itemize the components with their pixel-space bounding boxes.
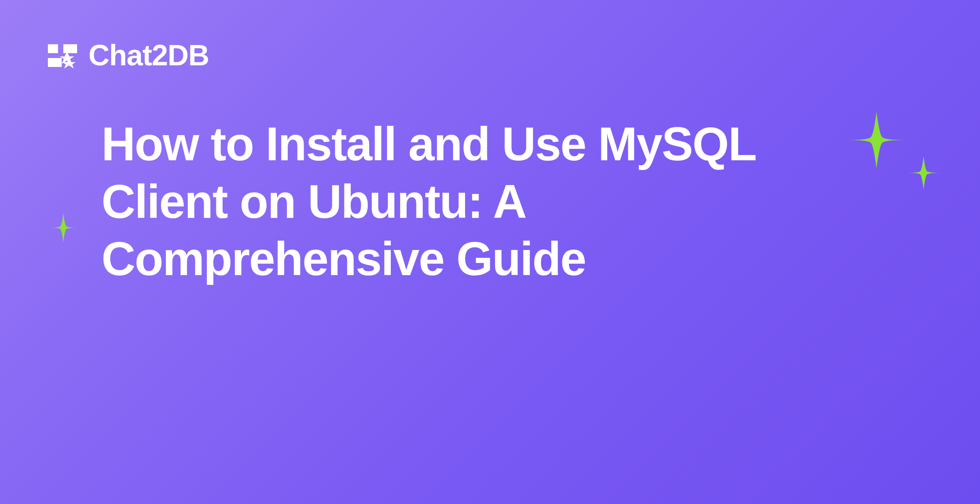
sparkle-icon-large <box>848 112 905 168</box>
brand-logo-container: Chat2DB <box>44 39 209 72</box>
brand-name: Chat2DB <box>88 39 209 72</box>
sparkle-icon-medium <box>907 156 940 190</box>
sparkle-icon-small <box>49 213 78 242</box>
page-title: How to Install and Use MySQL Client on U… <box>101 116 791 288</box>
brand-logo-icon <box>44 41 80 69</box>
